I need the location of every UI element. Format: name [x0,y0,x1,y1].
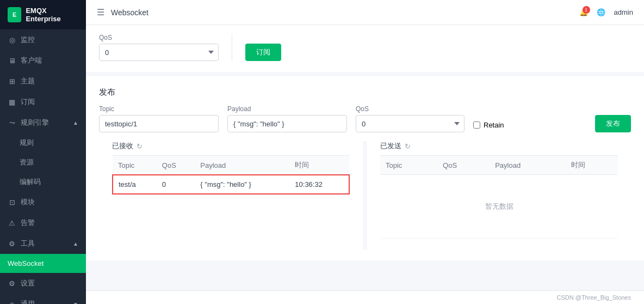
sent-table-header: Topic QoS Payload 时间 [380,156,618,175]
sidebar-subitem-label: 规则 [20,138,34,148]
content: QoS 0 1 2 订阅 发布 Topic [86,25,644,290]
sidebar-item-label: 规则引擎 [21,118,49,127]
divider [232,34,232,61]
sidebar-item-modules[interactable]: ⊡ 模块 [0,192,86,212]
col-qos: QoS [157,156,195,175]
tables-row: 已接收 ↻ Topic QoS Payload 时间 [99,141,631,250]
sent-table: Topic QoS Payload 时间 暂无数据 [380,155,618,239]
tools-icon: ⚙ [8,240,16,248]
publish-button[interactable]: 发布 [595,115,631,132]
cell-qos: 0 [157,175,195,194]
sidebar-item-label: 模块 [21,197,35,207]
topic-label: Topic [99,105,219,113]
sidebar-item-settings[interactable]: ⚙ 设置 [0,273,86,294]
chevron-up-icon: ▲ [73,120,78,126]
logo: E EMQX Enterprise [0,0,86,29]
subscription-form-row: QoS 0 1 2 订阅 [99,34,631,61]
footer-text: CSDN @Three_Big_Stones [556,294,631,301]
qos-group: QoS 0 1 2 [99,34,219,61]
col-topic: Topic [380,156,437,175]
received-table-header: Topic QoS Payload 时间 [113,156,349,175]
page-title: Websocket [111,8,148,17]
main-area: ☰ Websocket 🔔 1 🌐 admin QoS 0 1 2 [86,0,644,304]
sidebar-item-label: 监控 [21,35,35,45]
col-time: 时间 [566,156,618,175]
sidebar-subitem-label: 资源 [20,157,34,167]
payload-group: Payload [227,105,347,132]
qos-publish-label: QoS [356,105,465,113]
sidebar-item-subscription[interactable]: ▦ 订阅 [0,92,86,112]
col-payload: Payload [490,156,566,175]
sidebar-subitem-resources[interactable]: 资源 [0,153,86,172]
alerts-icon: ⚠ [8,219,16,227]
monitor-icon: ◎ [8,36,16,44]
sidebar: E EMQX Enterprise ◎ 监控 🖥 客户端 ⊞ 主题 ▦ 订阅 ⤳… [0,0,86,304]
received-header-row: 已接收 ↻ [112,141,350,151]
payload-input[interactable] [227,115,347,132]
sidebar-item-websocket[interactable]: WebSocket [0,254,86,273]
cell-topic: test/a [113,175,157,194]
sidebar-item-label: 订阅 [21,97,35,107]
sidebar-item-label: WebSocket [8,259,44,267]
qos-label: QoS [99,34,219,41]
col-payload: Payload [195,156,289,175]
subscription-section: QoS 0 1 2 订阅 [86,25,644,72]
chevron-up-icon: ▲ [73,241,78,247]
qos-select[interactable]: 0 1 2 [99,44,219,61]
notification-badge: 1 [583,6,590,14]
menu-icon[interactable]: ☰ [97,7,104,17]
notification-bell[interactable]: 🔔 1 [579,8,588,16]
refresh-received-icon[interactable]: ↻ [137,142,143,150]
qos-publish-group: QoS 0 1 2 [356,105,465,132]
chevron-down-icon: ▼ [73,301,78,305]
publish-form-row: Topic Payload QoS 0 1 2 R [99,105,631,132]
publish-title: 发布 [99,87,631,98]
sidebar-item-alerts[interactable]: ⚠ 告警 [0,212,86,233]
no-data-label: 暂无数据 [386,180,612,233]
sidebar-item-monitor[interactable]: ◎ 监控 [0,29,86,50]
col-topic: Topic [113,156,157,175]
sidebar-subitem-label: 编解码 [20,177,41,187]
topic-group: Topic [99,105,219,132]
sidebar-item-label: 告警 [21,218,35,228]
cell-time: 10:36:32 [289,175,349,194]
sidebar-item-rules[interactable]: ⤳ 规则引擎 ▲ [0,112,86,133]
refresh-sent-icon[interactable]: ↻ [405,142,411,150]
footer: CSDN @Three_Big_Stones [86,290,644,304]
received-label: 已接收 [112,141,133,151]
logo-text: EMQX Enterprise [26,7,78,23]
qos-publish-select[interactable]: 0 1 2 [356,115,465,132]
topic-input[interactable] [99,115,219,132]
header: ☰ Websocket 🔔 1 🌐 admin [86,0,644,25]
sidebar-item-label: 主题 [21,76,35,86]
subscribe-button[interactable]: 订阅 [245,44,281,61]
payload-label: Payload [227,105,347,113]
sidebar-subitem-codec[interactable]: 编解码 [0,172,86,192]
header-right: 🔔 1 🌐 admin [579,8,633,16]
settings-icon: ⚙ [8,279,16,288]
client-icon: 🖥 [8,57,16,65]
sidebar-item-label: 客户端 [21,56,42,65]
sidebar-item-label: 设置 [21,278,35,288]
col-qos: QoS [437,156,490,175]
user-label[interactable]: admin [614,8,633,16]
retain-group: Retain [473,121,504,132]
sent-label: 已发送 [380,141,401,151]
sidebar-item-tools[interactable]: ⚙ 工具 ▲ [0,233,86,254]
topic-icon: ⊞ [8,77,16,86]
sidebar-item-general[interactable]: ≡ 通用 ▼ [0,294,86,304]
received-panel: 已接收 ↻ Topic QoS Payload 时间 [99,141,367,250]
sidebar-item-topic[interactable]: ⊞ 主题 [0,71,86,92]
cell-payload: { "msg": "hello" } [195,175,289,194]
subscription-icon: ▦ [8,98,16,106]
retain-label: Retain [484,121,504,129]
publish-section: 发布 Topic Payload QoS 0 1 2 [86,76,644,260]
sidebar-subitem-rules[interactable]: 规则 [0,133,86,153]
table-row: test/a 0 { "msg": "hello" } 10:36:32 [113,175,349,194]
sidebar-item-client[interactable]: 🖥 客户端 [0,50,86,71]
sidebar-item-label: 工具 [21,239,35,248]
language-icon[interactable]: 🌐 [597,8,605,16]
sent-header-row: 已发送 ↻ [380,141,618,151]
sidebar-item-label: 通用 [21,299,35,304]
retain-checkbox[interactable] [473,121,480,129]
